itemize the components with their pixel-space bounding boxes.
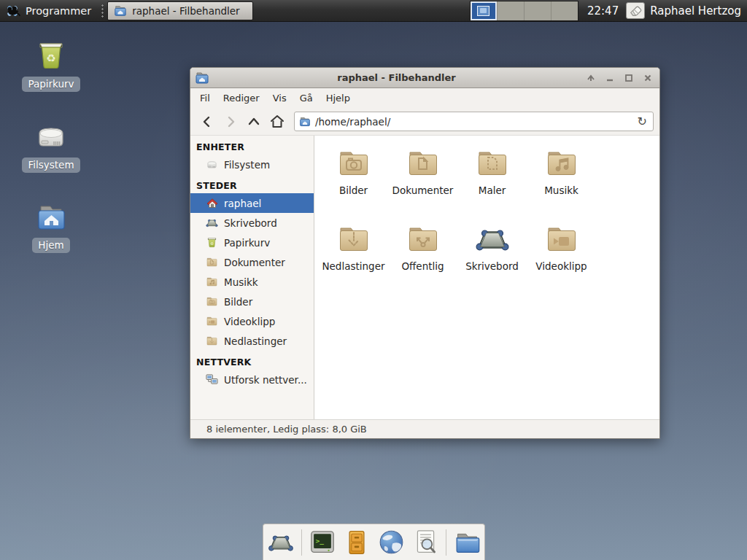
close-button[interactable]	[640, 71, 655, 85]
workspace-3[interactable]	[525, 1, 551, 20]
network-icon	[206, 373, 218, 386]
desktop-icon-trash[interactable]: Papirkurv	[19, 36, 83, 92]
user-name-label: Raphael Hertzog	[650, 4, 741, 18]
desktop-icon-home[interactable]: Hjem	[19, 198, 83, 253]
folder-images-icon	[206, 295, 218, 308]
workspace-1[interactable]	[471, 1, 497, 20]
toolbar: /home/raphael/ ↻	[190, 108, 659, 136]
statusbar-text: 8 ielementer, Ledig plass: 8,0 GiB	[206, 424, 367, 435]
folder-documents-icon	[206, 256, 218, 268]
file-item-public[interactable]: Offentlig	[388, 222, 457, 295]
panel-clock: 22:47	[587, 4, 619, 18]
desktop-icon	[475, 222, 510, 257]
file-view[interactable]: Bilder Dokumenter Maler Musikk Nedlastin…	[314, 136, 659, 419]
sidebar-item-home[interactable]: raphael	[190, 193, 314, 213]
sidebar-item-documents[interactable]: Dokumenter	[190, 252, 314, 272]
desktop-icon-filesystem[interactable]: Filsystem	[19, 117, 83, 173]
show-desktop-button[interactable]	[267, 529, 295, 556]
dock-separator	[301, 529, 302, 556]
trash-icon	[206, 236, 218, 249]
dock-panel	[263, 524, 485, 560]
sidebar-item-filesystem[interactable]: Filsystem	[190, 155, 314, 174]
maximize-icon	[624, 74, 633, 82]
terminal-launcher[interactable]	[309, 529, 336, 556]
home-icon	[269, 114, 285, 130]
applications-menu-label: Programmer	[26, 5, 91, 17]
file-item-videos[interactable]: Videoklipp	[527, 222, 596, 295]
folder-music-icon	[206, 276, 218, 288]
file-item-pictures[interactable]: Bilder	[319, 146, 388, 219]
file-item-downloads[interactable]: Nedlastinger	[319, 222, 388, 295]
location-bar[interactable]: /home/raphael/ ↻	[294, 112, 654, 131]
forward-icon	[223, 114, 238, 129]
sidebar-item-pictures[interactable]: Bilder	[190, 292, 314, 311]
show-desktop-icon	[268, 529, 294, 556]
user-menu-button[interactable]: Raphael Hertzog	[626, 2, 741, 19]
sidebar-item-label: Dokumenter	[224, 257, 285, 268]
menubar: Fil Rediger Vis Gå Hjelp	[190, 88, 659, 108]
statusbar: 8 ielementer, Ledig plass: 8,0 GiB	[190, 419, 659, 438]
sidebar-item-trash[interactable]: Papirkurv	[190, 233, 314, 252]
menu-edit[interactable]: Rediger	[217, 90, 266, 106]
location-path[interactable]: /home/raphael/	[315, 116, 633, 128]
dock-separator	[446, 529, 446, 556]
menu-help[interactable]: Hjelp	[320, 90, 357, 106]
file-item-desktop[interactable]: Skrivebord	[457, 222, 527, 295]
taskbar-window-button[interactable]: raphael - Filbehandler	[107, 1, 253, 20]
sidebar-item-label: Papirkurv	[224, 237, 270, 249]
sidebar-item-videos[interactable]: Videoklipp	[190, 311, 314, 331]
file-cabinet-launcher[interactable]	[343, 529, 371, 556]
desktop-icon	[206, 217, 218, 229]
file-item-documents[interactable]: Dokumenter	[388, 146, 457, 219]
workspace-window-miniature	[477, 6, 489, 16]
up-button[interactable]	[243, 112, 265, 132]
back-button[interactable]	[196, 112, 218, 132]
minimize-icon	[605, 74, 614, 82]
trash-icon	[34, 38, 69, 73]
file-label: Musikk	[544, 184, 578, 196]
sidebar-item-browse-network[interactable]: Utforsk nettver...	[190, 370, 314, 389]
folder-videos-icon	[206, 315, 218, 327]
web-browser-launcher[interactable]	[377, 529, 405, 556]
sidebar-item-downloads[interactable]: Nedlastinger	[190, 331, 314, 351]
window-content: ENHETER Filsystem STEDER raphael Skriveb…	[190, 136, 659, 419]
sidebar-header-places: STEDER	[190, 174, 314, 193]
user-icon-box	[626, 2, 645, 19]
desktop-icon-label: Filsystem	[22, 158, 80, 173]
folder-documents-icon	[406, 146, 441, 181]
home-button[interactable]	[266, 112, 288, 132]
titlebar[interactable]: raphael - Filbehandler	[190, 68, 659, 88]
location-folder-icon	[299, 116, 311, 128]
workspace-2[interactable]	[498, 1, 524, 20]
globe-icon	[378, 529, 405, 556]
sidebar-item-desktop[interactable]: Skrivebord	[190, 213, 314, 233]
file-label: Dokumenter	[392, 184, 454, 196]
sidebar-item-music[interactable]: Musikk	[190, 272, 314, 292]
home-icon	[206, 197, 218, 209]
sidebar-header-devices: ENHETER	[190, 136, 314, 155]
back-icon	[200, 114, 214, 129]
maximize-button[interactable]	[622, 71, 636, 85]
file-manager-launcher[interactable]	[453, 529, 481, 556]
workspace-4[interactable]	[551, 1, 578, 20]
file-item-templates[interactable]: Maler	[457, 146, 527, 219]
shade-button[interactable]	[584, 71, 598, 85]
sidebar-item-label: Filsystem	[224, 159, 270, 171]
sidebar: ENHETER Filsystem STEDER raphael Skriveb…	[190, 136, 314, 419]
file-label: Skrivebord	[465, 260, 519, 272]
menu-go[interactable]: Gå	[293, 90, 320, 106]
forward-button[interactable]	[220, 112, 241, 132]
file-cabinet-icon	[344, 529, 370, 556]
sidebar-header-network: NETTVERK	[190, 351, 314, 370]
applications-menu-button[interactable]: Programmer	[0, 0, 98, 21]
taskbar-grip	[101, 4, 105, 18]
document-search-icon	[412, 529, 439, 556]
search-launcher[interactable]	[411, 529, 439, 556]
file-item-music[interactable]: Musikk	[527, 146, 596, 219]
taskbar-window-title: raphael - Filbehandler	[132, 5, 239, 17]
menu-view[interactable]: Vis	[266, 90, 293, 106]
reload-button[interactable]: ↻	[638, 116, 649, 128]
minimize-button[interactable]	[603, 71, 617, 85]
up-icon	[247, 114, 261, 129]
menu-file[interactable]: Fil	[193, 90, 217, 106]
